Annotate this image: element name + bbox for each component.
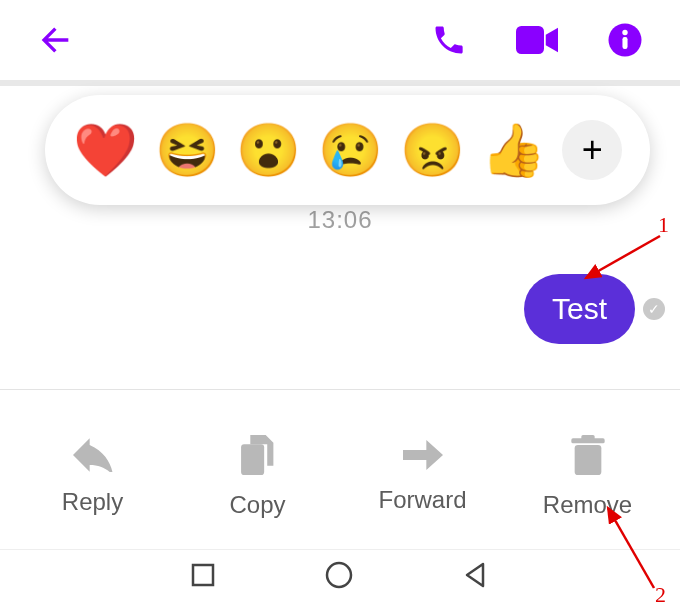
voice-call-button[interactable] bbox=[419, 22, 479, 58]
copy-button[interactable]: Copy bbox=[183, 435, 333, 519]
svg-point-2 bbox=[622, 30, 627, 35]
forward-arrow-icon bbox=[403, 440, 443, 470]
delivered-check-icon bbox=[643, 298, 665, 320]
forward-label: Forward bbox=[378, 486, 466, 514]
back-arrow-icon bbox=[35, 20, 75, 60]
annotation-label-1: 1 bbox=[658, 212, 669, 238]
svg-rect-0 bbox=[516, 26, 544, 54]
reaction-heart-icon[interactable]: ❤️ bbox=[73, 124, 139, 176]
video-call-button[interactable] bbox=[507, 24, 567, 56]
chat-header bbox=[0, 0, 680, 80]
phone-icon bbox=[431, 22, 467, 58]
nav-recent-button[interactable] bbox=[191, 563, 215, 591]
plus-icon: + bbox=[582, 129, 603, 171]
android-navbar bbox=[0, 549, 680, 604]
reply-label: Reply bbox=[62, 488, 123, 516]
reaction-picker: ❤️ 😆 😮 😢 😠 👍 + bbox=[45, 95, 650, 205]
svg-rect-4 bbox=[241, 444, 264, 475]
square-icon bbox=[191, 563, 215, 587]
reaction-angry-icon[interactable]: 😠 bbox=[399, 124, 465, 176]
nav-home-button[interactable] bbox=[325, 561, 353, 593]
svg-rect-8 bbox=[193, 565, 213, 585]
annotation-label-2: 2 bbox=[655, 582, 666, 604]
copy-label: Copy bbox=[229, 491, 285, 519]
info-icon bbox=[607, 22, 643, 58]
chat-area: 13:06 Test bbox=[0, 206, 680, 344]
message-actions-bar: Reply Copy Forward Remove bbox=[0, 390, 680, 559]
remove-button[interactable]: Remove bbox=[513, 435, 663, 519]
remove-label: Remove bbox=[543, 491, 632, 519]
forward-button[interactable]: Forward bbox=[348, 440, 498, 514]
back-button[interactable] bbox=[25, 20, 85, 60]
svg-rect-3 bbox=[622, 37, 627, 49]
svg-point-9 bbox=[327, 563, 351, 587]
message-timestamp: 13:06 bbox=[0, 206, 680, 234]
circle-icon bbox=[325, 561, 353, 589]
video-icon bbox=[516, 24, 558, 56]
nav-back-button[interactable] bbox=[463, 562, 489, 592]
trash-icon bbox=[571, 435, 605, 475]
message-row: Test bbox=[0, 274, 680, 344]
reply-button[interactable]: Reply bbox=[18, 438, 168, 516]
svg-rect-5 bbox=[574, 445, 601, 475]
svg-rect-7 bbox=[581, 435, 594, 440]
reaction-sad-icon[interactable]: 😢 bbox=[317, 124, 383, 176]
reaction-more-button[interactable]: + bbox=[562, 120, 622, 180]
reaction-wow-icon[interactable]: 😮 bbox=[236, 124, 302, 176]
reply-icon bbox=[73, 438, 113, 472]
triangle-back-icon bbox=[463, 562, 489, 588]
reaction-like-icon[interactable]: 👍 bbox=[481, 124, 547, 176]
reaction-laugh-icon[interactable]: 😆 bbox=[154, 124, 220, 176]
copy-icon bbox=[240, 435, 276, 475]
message-text: Test bbox=[552, 292, 607, 325]
header-divider bbox=[0, 80, 680, 86]
message-bubble[interactable]: Test bbox=[524, 274, 635, 344]
info-button[interactable] bbox=[595, 22, 655, 58]
